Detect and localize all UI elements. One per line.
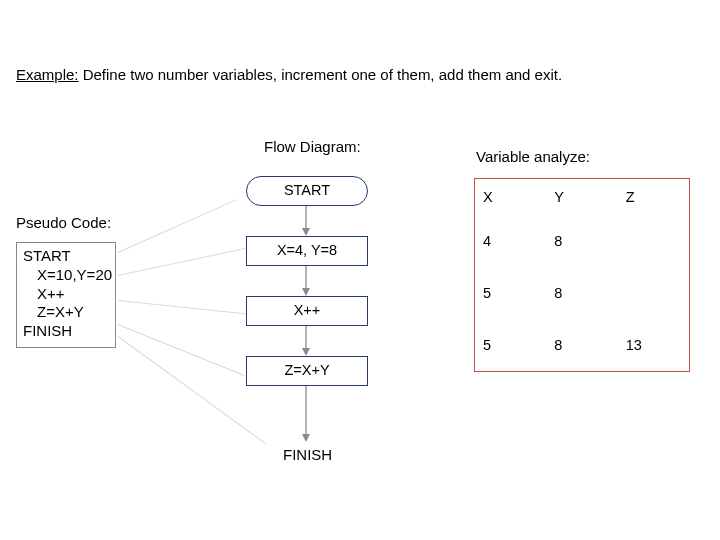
col-header-z: Z <box>618 179 689 215</box>
col-header-y: Y <box>546 179 617 215</box>
connector-ray <box>118 199 237 253</box>
table-row: 5 8 <box>475 267 689 319</box>
col-header-x: X <box>475 179 546 215</box>
arrow-down-icon <box>300 266 312 296</box>
pseudo-line-sum: Z=X+Y <box>23 303 109 322</box>
flow-node-start: START <box>246 176 368 206</box>
variable-table: X Y Z 4 8 5 8 5 8 13 <box>474 178 690 372</box>
flow-node-sum: Z=X+Y <box>246 356 368 386</box>
connector-ray <box>118 248 245 276</box>
pseudo-line-assign: X=10,Y=20 <box>23 266 109 285</box>
pseudo-line-finish: FINISH <box>23 322 109 341</box>
example-title-prefix: Example: <box>16 66 79 83</box>
svg-marker-5 <box>302 348 310 356</box>
arrow-down-icon <box>300 206 312 236</box>
cell-x: 5 <box>475 267 546 319</box>
connector-ray <box>118 300 247 315</box>
arrow-down-icon <box>300 326 312 356</box>
pseudo-line-start: START <box>23 247 109 266</box>
cell-z <box>618 215 689 267</box>
table-row: 5 8 13 <box>475 319 689 371</box>
pseudo-code-heading: Pseudo Code: <box>16 214 111 231</box>
arrow-down-icon <box>300 386 312 442</box>
table-row: 4 8 <box>475 215 689 267</box>
cell-x: 5 <box>475 319 546 371</box>
cell-x: 4 <box>475 215 546 267</box>
cell-y: 8 <box>546 319 617 371</box>
table-header-row: X Y Z <box>475 179 689 215</box>
svg-marker-7 <box>302 434 310 442</box>
flow-node-finish: FINISH <box>283 446 332 463</box>
cell-z: 13 <box>618 319 689 371</box>
cell-z <box>618 267 689 319</box>
svg-marker-1 <box>302 228 310 236</box>
example-title-text: Define two number variables, increment o… <box>79 66 563 83</box>
cell-y: 8 <box>546 215 617 267</box>
flow-diagram-heading: Flow Diagram: <box>264 138 361 155</box>
svg-marker-3 <box>302 288 310 296</box>
pseudo-code-box: START X=10,Y=20 X++ Z=X+Y FINISH <box>16 242 116 348</box>
flow-node-increment: X++ <box>246 296 368 326</box>
connector-ray <box>118 336 268 445</box>
cell-y: 8 <box>546 267 617 319</box>
pseudo-line-increment: X++ <box>23 285 109 304</box>
flow-node-assign: X=4, Y=8 <box>246 236 368 266</box>
example-title: Example: Define two number variables, in… <box>16 66 562 83</box>
variable-analyze-heading: Variable analyze: <box>476 148 590 165</box>
